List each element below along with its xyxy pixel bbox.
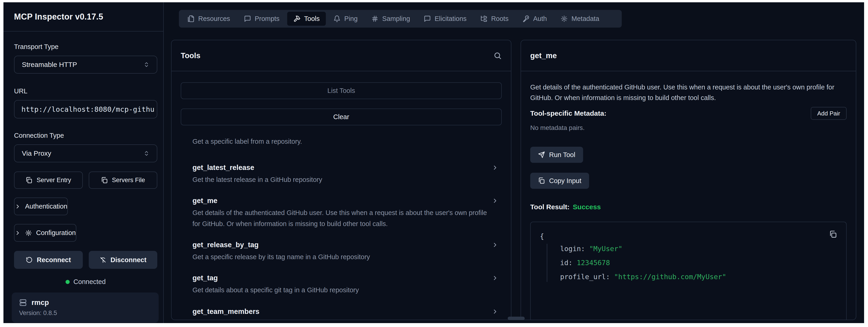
chevron-right-icon — [492, 164, 498, 171]
chevrons-updown-icon — [144, 150, 150, 156]
tool-name: get_me — [192, 196, 218, 205]
configuration-label: Configuration — [36, 229, 76, 237]
tool-result-label: Tool Result: — [530, 203, 569, 211]
url-value: http://localhost:8080/mcp-githu — [21, 105, 155, 113]
list-tools-button[interactable]: List Tools — [181, 82, 502, 99]
json-row-clipped: name: "Working" — [560, 319, 622, 320]
tab-label: Ping — [344, 15, 358, 23]
tab-elicitations[interactable]: Elicitations — [417, 12, 473, 26]
app-window: MCP Inspector v0.17.5 Transport Type Str… — [3, 2, 864, 323]
bell-icon — [333, 15, 341, 22]
detail-panel-header: get_me — [521, 40, 856, 71]
json-key: profile_url: — [560, 273, 610, 281]
tool-list-item[interactable]: get_latest_release Get the latest releas… — [181, 163, 502, 185]
authentication-label: Authentication — [25, 203, 67, 210]
tool-detail-description: Get details of the authenticated GitHub … — [530, 82, 841, 103]
configuration-toggle[interactable]: Configuration — [14, 224, 76, 242]
json-value: "https://github.com/MyUser" — [614, 273, 726, 281]
copy-icon — [538, 177, 545, 184]
copy-input-label: Copy Input — [549, 177, 581, 185]
chevrons-updown-icon — [144, 62, 150, 68]
chevron-right-icon — [492, 308, 498, 315]
disconnect-label: Disconnect — [111, 256, 147, 264]
tab-label: Resources — [198, 15, 230, 23]
tab-ping[interactable]: Ping — [327, 12, 364, 26]
servers-file-button[interactable]: Servers File — [89, 172, 157, 189]
tab-tools[interactable]: Tools — [287, 12, 326, 26]
connection-type-select[interactable]: Via Proxy — [14, 144, 157, 162]
tab-label: Auth — [533, 15, 547, 23]
server-entry-button[interactable]: Server Entry — [14, 172, 83, 189]
tool-description: Get details of the authenticated GitHub … — [192, 207, 489, 229]
tab-resources[interactable]: Resources — [181, 12, 236, 26]
server-info-card: rmcp Version: 0.8.5 — [12, 293, 159, 323]
json-row[interactable]: id: 12345678 — [560, 258, 837, 268]
url-label: URL — [14, 87, 157, 95]
content-row: Tools List Tools Clear Get a specific la… — [171, 40, 856, 320]
copy-result-icon[interactable] — [829, 231, 837, 238]
authentication-toggle[interactable]: Authentication — [14, 198, 68, 215]
tool-description: Get member usernames of a specific team … — [192, 318, 489, 320]
tab-label: Metadata — [571, 15, 599, 23]
detail-panel-title: get_me — [530, 51, 557, 60]
tab-roots[interactable]: Roots — [474, 12, 515, 26]
tools-panel: Tools List Tools Clear Get a specific la… — [171, 40, 512, 320]
connection-type-value: Via Proxy — [22, 149, 51, 157]
main-area: Resources Prompts Tools Ping Sampling El… — [164, 2, 864, 323]
servers-file-label: Servers File — [112, 177, 145, 184]
json-rows: login: "MyUser" id: 12345678 profile_url… — [547, 244, 837, 282]
tab-label: Roots — [491, 15, 508, 23]
tab-label: Tools — [304, 15, 320, 23]
json-open-brace: { — [540, 231, 837, 241]
transport-type-select[interactable]: Streamable HTTP — [14, 56, 157, 73]
chevron-right-icon — [14, 230, 21, 236]
tool-name: get_release_by_tag — [192, 240, 259, 249]
tools-panel-header: Tools — [172, 40, 511, 71]
tool-name: get_tag — [192, 273, 218, 283]
json-value: 12345678 — [577, 259, 610, 267]
json-key: id: — [560, 259, 572, 267]
folder-tree-icon — [480, 15, 488, 22]
disconnect-button[interactable]: Disconnect — [89, 251, 157, 269]
run-tool-button[interactable]: Run Tool — [530, 147, 583, 163]
url-input[interactable]: http://localhost:8080/mcp-githu — [14, 100, 157, 118]
copy-input-button[interactable]: Copy Input — [530, 173, 589, 189]
tab-prompts[interactable]: Prompts — [238, 12, 286, 26]
message-square-icon — [424, 15, 431, 22]
server-icon — [19, 299, 27, 306]
search-icon[interactable] — [493, 52, 502, 60]
transport-type-value: Streamable HTTP — [22, 61, 77, 68]
transport-type-label: Transport Type — [14, 43, 157, 51]
json-row[interactable]: profile_url: "https://github.com/MyUser" — [560, 272, 837, 282]
tool-description: Get the latest release in a GitHub repos… — [192, 174, 489, 185]
tool-list-item[interactable]: get_team_members Get member usernames of… — [181, 307, 502, 320]
connection-type-label: Connection Type — [14, 132, 157, 139]
tool-list-item[interactable]: get_tag Get details about a specific git… — [181, 273, 502, 296]
reconnect-button[interactable]: Reconnect — [14, 251, 83, 269]
tab-sampling[interactable]: Sampling — [365, 12, 416, 26]
json-row[interactable]: login: "MyUser" — [560, 244, 837, 254]
tab-label: Prompts — [255, 15, 280, 23]
key-icon — [522, 15, 530, 22]
tab-metadata[interactable]: Metadata — [554, 12, 606, 26]
gear-icon — [561, 15, 568, 22]
status-dot-icon — [65, 280, 70, 284]
app-title: MCP Inspector v0.17.5 — [14, 12, 103, 22]
connection-status: Connected — [14, 278, 157, 286]
add-pair-button[interactable]: Add Pair — [811, 107, 847, 120]
tool-list-item[interactable]: get_me Get details of the authenticated … — [181, 196, 502, 229]
chevron-right-icon — [14, 203, 21, 210]
tool-description: Get a specific release by its tag name i… — [192, 251, 489, 262]
clear-button[interactable]: Clear — [181, 109, 502, 125]
tool-list-item[interactable]: get_release_by_tag Get a specific releas… — [181, 240, 502, 262]
tool-detail-panel: get_me Get details of the authenticated … — [521, 40, 856, 320]
pane-resize-handle[interactable] — [508, 317, 525, 320]
chevron-right-icon — [492, 274, 498, 281]
json-value: "MyUser" — [589, 245, 622, 253]
tab-bar: Resources Prompts Tools Ping Sampling El… — [179, 10, 622, 28]
sidebar: MCP Inspector v0.17.5 Transport Type Str… — [3, 2, 164, 323]
message-square-icon — [244, 15, 251, 22]
metadata-label: Tool-specific Metadata: — [530, 110, 606, 117]
tab-auth[interactable]: Auth — [516, 12, 553, 26]
tab-label: Elicitations — [435, 15, 467, 23]
